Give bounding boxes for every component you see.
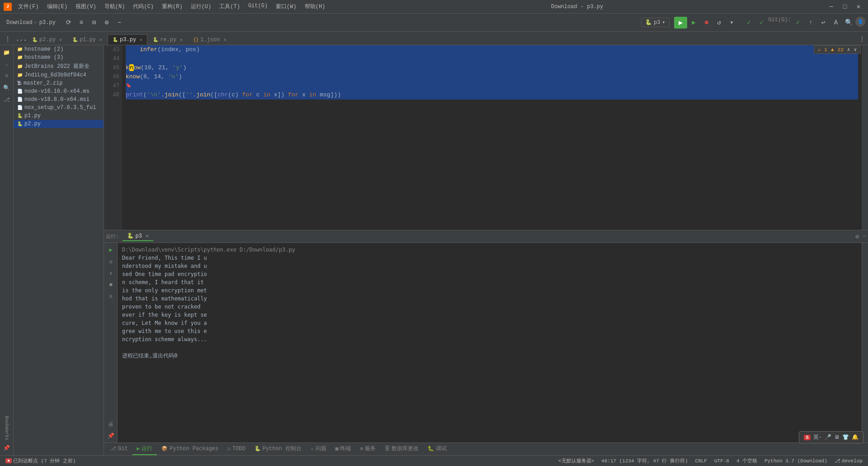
file-item-node18[interactable]: 📄 node-v18.8.0-x64.msi [14,95,104,104]
debug-button[interactable]: ▶ [688,17,700,29]
terminal-minimize-btn[interactable]: − [863,233,866,240]
terminal-scrollbar-v[interactable] [862,243,868,442]
file-item-jetbrains[interactable]: 📁 JetBrains 2022 最新全 [14,62,104,71]
file-item-master-zip[interactable]: 🗜 master_2.zip [14,79,104,87]
sidebar-git-icon[interactable]: ⎇ [1,94,12,105]
editor-scrollbar-v[interactable] [862,45,868,230]
status-line-ending[interactable]: CRLF [693,458,709,464]
terminal-print-icon[interactable]: 🖨 [106,419,116,429]
menu-git[interactable]: Git(G) [245,2,271,11]
bottom-tab-services[interactable]: ⚙ 服务 [355,443,380,455]
tab-json[interactable]: {} 1.json ✕ [188,34,231,45]
bottom-tab-run[interactable]: ▶ 运行 [132,443,157,455]
bottom-tab-python-console[interactable]: 🐍 Python 控制台 [250,443,306,455]
status-indent[interactable]: 4 个空格 [735,457,759,464]
rerun-button[interactable]: ↺ [713,17,725,29]
terminal-scroll-icon[interactable]: ≡ [106,292,116,302]
tab-repy[interactable]: 🐍 re.py ✕ [148,34,188,45]
git-check1[interactable]: ✓ [743,17,755,29]
sidebar-project-icon[interactable]: 📁 [1,47,12,58]
tab-close-repy[interactable]: ✕ [180,37,183,43]
file-item-node16[interactable]: 📄 node-v16.16.0-x64.ms [14,87,104,95]
bottom-tab-problems[interactable]: ⚠ 问题 [306,443,331,455]
toolbar-collapse[interactable]: ⊟ [88,17,100,29]
bottom-tab-git[interactable]: ⎇ Git [106,444,132,455]
file-item-p1py[interactable]: 🐍 p1.py [14,112,104,120]
git-push[interactable]: ✓ [792,17,804,29]
file-item-hostname3[interactable]: 📁 hostname (3) [14,53,104,62]
toolbar-reload[interactable]: ⟳ [63,17,75,29]
terminal-settings-btn[interactable]: ⚙ [855,233,859,240]
terminal-rerun-icon[interactable]: ↺ [106,257,116,266]
sidebar-favorites-icon[interactable]: ☆ [1,59,12,70]
file-item-nox[interactable]: 📄 nox_setup_v7.0.3.5_ful [14,104,104,112]
stop-button[interactable]: ■ [701,17,712,29]
menu-file[interactable]: 文件(F) [14,2,42,11]
close-button[interactable]: ✕ [853,2,864,11]
run-button[interactable]: ▶ [674,17,687,29]
tab-close-p2py[interactable]: ✕ [59,37,62,43]
file-item-jndilog[interactable]: 📁 JndiLog_6d3b9df04c4 [14,71,104,79]
toolbar-close[interactable]: − [113,17,125,29]
menu-edit[interactable]: 编辑(E) [43,2,71,11]
error-bar-down[interactable]: ∨ [854,47,857,52]
file-name: JndiLog_6d3b9df04c4 [24,72,86,78]
bottom-tab-todo[interactable]: ☑ TODO [223,444,250,455]
menu-tools[interactable]: 工具(T) [216,2,244,11]
tabs-list-btn[interactable]: ⋮ [2,33,14,45]
file-item-p2py[interactable]: 🐍 p2.py [14,120,104,128]
terminal-tab-close[interactable]: ✕ [146,233,149,239]
profile-button[interactable]: 👤 [855,17,865,27]
toolbar-expand[interactable]: ≡ [75,17,87,29]
git-check2[interactable]: ✓ [756,17,768,29]
terminal-stop2-icon[interactable]: ■ [106,280,116,290]
status-python[interactable]: Python 3.7 (Download) [763,458,829,464]
tabs-overflow[interactable]: ⋮ [856,33,868,45]
bottom-tab-terminal[interactable]: ▦ 终端 [331,443,356,455]
terminal-stop-icon[interactable]: ⬇ [106,268,116,278]
menu-navigate[interactable]: 导航(N) [101,2,129,11]
menu-refactor[interactable]: 重构(R) [158,2,186,11]
tab-p3py[interactable]: 🐍 p3.py ✕ [108,34,147,45]
menu-window[interactable]: 窗口(W) [272,2,300,11]
menu-help[interactable]: 帮助(H) [301,2,329,11]
toolbar-settings[interactable]: ⚙ [101,17,113,29]
status-breakpoint[interactable]: ● 已到达断点 (7 分钟 之前) [4,457,78,464]
terminal-run-icon[interactable]: ▶ [106,245,116,255]
search-button[interactable]: 🔍 [843,17,854,29]
git-undo[interactable]: ↩ [817,17,829,29]
status-encoding[interactable]: UTF-8 [712,458,731,464]
terminal-tab-p3[interactable]: 🐍 p3 ✕ [123,232,154,241]
error-bar-up[interactable]: ∧ [847,47,850,52]
menu-code[interactable]: 代码(C) [129,2,157,11]
branch-selector[interactable]: 🐍 p3 ▾ [641,18,670,27]
bottom-tab-debug[interactable]: 🐛 调试 [423,443,451,455]
bottom-tab-db-changes[interactable]: 🗄 数据库更改 [380,443,423,455]
sidebar-search-icon[interactable]: 🔍 [1,82,12,93]
tab-close-p1py[interactable]: ✕ [99,37,102,43]
status-position[interactable]: 46:17 (1234 字符, 47 行 换行符) [599,457,689,464]
status-branch[interactable]: ⎇ develop [833,458,864,464]
terminal-pin-icon[interactable]: 📌 [106,431,116,441]
tab-p2py[interactable]: 🐍 p2.py ✕ [27,34,67,45]
sidebar-bottom-icon[interactable]: 📌 [1,442,12,453]
tab-close-p3py[interactable]: ✕ [140,37,142,43]
sidebar-structure-icon[interactable]: ≡ [1,71,12,81]
menu-run[interactable]: 运行(U) [187,2,215,11]
tab-scroll-left[interactable]: ... [15,33,27,45]
toolbar-more[interactable]: ▾ [726,17,738,29]
code-content[interactable]: infer(index, pos) know(10, 21, 'y') know… [122,45,862,230]
minimize-button[interactable]: ─ [826,2,837,11]
tab-close-json[interactable]: ✕ [223,37,226,43]
git-translate[interactable]: A [830,17,842,29]
file-item-hostname2[interactable]: 📁 hostname (2) [14,45,104,53]
maximize-button[interactable]: □ [839,2,851,11]
breadcrumb-file[interactable]: p3.py [39,19,56,26]
menu-view[interactable]: 视图(V) [72,2,100,11]
sidebar-bookmarks-icon[interactable]: Bookmarks [2,414,11,442]
bottom-tab-python-packages[interactable]: 📦 Python Packages [157,444,223,455]
git-pull[interactable]: ↑ [805,17,816,29]
tab-p1py[interactable]: 🐍 p1.py ✕ [67,34,107,45]
status-no-server[interactable]: <无默认服务器> [557,457,596,464]
breadcrumb-root[interactable]: Download [6,19,33,26]
